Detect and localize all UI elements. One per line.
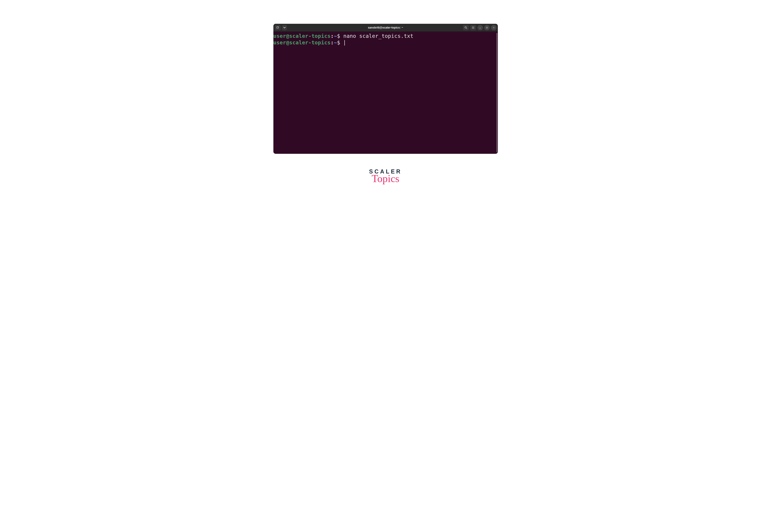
titlebar-left-controls [275,25,287,30]
new-tab-icon [276,26,279,29]
minimize-button[interactable] [477,25,483,30]
titlebar-right-controls [463,25,496,30]
prompt-path: ~ [334,33,337,39]
titlebar: sanskriti@scaler-topics: ~ [273,24,498,31]
menu-button[interactable] [470,25,476,30]
prompt-symbol: $ [337,33,340,39]
terminal-line: user@scaler-topics:~$ [273,39,496,46]
cursor [344,40,345,46]
close-button[interactable] [491,25,496,30]
svg-line-4 [466,28,467,29]
maximize-icon [486,26,488,29]
search-button[interactable] [463,25,469,30]
minimize-icon [479,26,481,29]
svg-rect-9 [486,27,487,28]
new-tab-button[interactable] [275,25,281,30]
terminal-body[interactable]: user@scaler-topics:~$ nano scaler_topics… [273,31,498,154]
brand-logo: SCALER Topics [369,169,402,184]
search-icon [464,26,467,29]
terminal-line: user@scaler-topics:~$ nano scaler_topics… [273,33,496,39]
prompt-user-host: user@scaler-topics [273,40,331,46]
brand-line-2: Topics [369,173,402,184]
scrollbar[interactable] [496,33,497,152]
prompt-user-host: user@scaler-topics [273,33,331,39]
prompt-path: ~ [334,40,337,46]
tab-dropdown-button[interactable] [282,25,287,30]
svg-point-3 [465,26,466,28]
prompt-separator: : [331,40,334,46]
terminal-window: sanskriti@scaler-topics: ~ user@scaler-t… [273,24,498,154]
close-icon [493,26,495,29]
command-text: nano scaler_topics.txt [343,33,413,39]
hamburger-icon [471,26,475,29]
chevron-down-icon [283,26,286,29]
prompt-separator: : [331,33,334,39]
maximize-button[interactable] [484,25,490,30]
prompt-symbol: $ [337,40,340,46]
